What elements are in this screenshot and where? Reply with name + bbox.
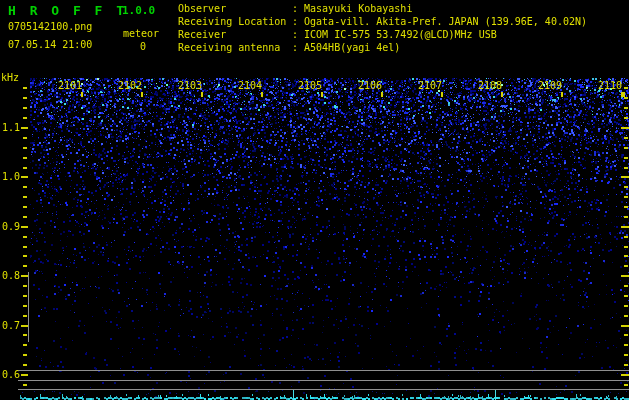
axis-tick	[624, 364, 628, 366]
axis-tick	[21, 275, 28, 277]
axis-tick	[23, 246, 27, 248]
axis-tick	[23, 206, 27, 208]
axis-tick	[624, 246, 628, 248]
level-scale-bar	[28, 272, 29, 342]
axis-tick	[23, 117, 27, 119]
time-label-2102: 2102	[118, 81, 142, 91]
axis-tick	[624, 265, 628, 267]
axis-tick	[623, 92, 625, 97]
axis-tick	[23, 107, 27, 109]
axis-tick	[624, 87, 628, 89]
axis-tick	[81, 92, 83, 97]
axis-tick	[23, 147, 27, 149]
axis-tick	[23, 97, 27, 99]
axis-tick	[624, 344, 628, 346]
axis-tick	[21, 176, 28, 178]
axis-tick	[23, 137, 27, 139]
axis-tick	[23, 364, 27, 366]
info-row-value: : Ogata-vill. Akita-Pref. JAPAN (139.96E…	[292, 16, 587, 27]
axis-tick	[624, 354, 628, 356]
axis-tick	[321, 92, 323, 97]
axis-tick	[624, 167, 628, 169]
axis-tick	[23, 255, 27, 257]
info-row-2: Receiver: ICOM IC-575 53.7492(@LCD)MHz U…	[178, 28, 587, 41]
axis-tick	[23, 315, 27, 317]
freq-label-1.1: 1.1	[0, 123, 20, 133]
spectrogram-noise-canvas	[0, 0, 629, 400]
axis-tick	[23, 236, 27, 238]
axis-tick	[624, 137, 628, 139]
info-row-3: Receiving antenna: A504HB(yagi 4el)	[178, 41, 587, 54]
app-version: 1.0.0	[122, 4, 155, 17]
axis-tick	[561, 92, 563, 97]
time-label-2104: 2104	[238, 81, 262, 91]
axis-tick	[23, 265, 27, 267]
app-title: H R O F F T	[8, 3, 127, 18]
freq-axis-unit: kHz	[1, 73, 19, 83]
axis-tick	[23, 354, 27, 356]
time-label-2103: 2103	[178, 81, 202, 91]
axis-tick	[21, 374, 28, 376]
info-row-label: Receiver	[178, 28, 292, 41]
info-row-label: Receiving antenna	[178, 41, 292, 54]
axis-tick	[441, 92, 443, 97]
time-label-2108: 2108	[478, 81, 502, 91]
axis-tick	[261, 92, 263, 97]
axis-tick	[23, 295, 27, 297]
axis-tick	[624, 315, 628, 317]
mode-label: meteor	[123, 29, 159, 39]
level-reference-line-middle	[18, 380, 629, 381]
axis-tick	[23, 167, 27, 169]
axis-tick	[23, 344, 27, 346]
info-row-0: Observer: Masayuki Kobayashi	[178, 2, 587, 15]
hrofft-screenshot: H R O F F T 1.0.0 0705142100.png meteor …	[0, 0, 629, 400]
axis-tick	[621, 176, 629, 178]
info-row-1: Receiving Location: Ogata-vill. Akita-Pr…	[178, 15, 587, 28]
meteor-count: 0	[140, 42, 146, 52]
axis-tick	[624, 295, 628, 297]
level-reference-line-lower	[18, 389, 629, 390]
freq-label-1.0: 1.0	[0, 172, 20, 182]
time-label-2109: 2109	[538, 81, 562, 91]
axis-tick	[23, 87, 27, 89]
axis-tick	[23, 384, 27, 386]
info-row-label: Receiving Location	[178, 15, 292, 28]
axis-tick	[621, 127, 629, 129]
axis-tick	[624, 384, 628, 386]
axis-tick	[624, 107, 628, 109]
axis-tick	[624, 216, 628, 218]
axis-tick	[624, 305, 628, 307]
axis-tick	[624, 97, 628, 99]
axis-tick	[23, 196, 27, 198]
axis-tick	[23, 334, 27, 336]
axis-tick	[624, 255, 628, 257]
axis-tick	[23, 285, 27, 287]
info-row-value: : ICOM IC-575 53.7492(@LCD)MHz USB	[292, 29, 497, 40]
axis-tick	[624, 334, 628, 336]
axis-tick	[624, 157, 628, 159]
axis-tick	[501, 92, 503, 97]
level-reference-line-upper	[18, 370, 629, 371]
axis-tick	[23, 157, 27, 159]
time-label-2105: 2105	[298, 81, 322, 91]
axis-tick	[624, 236, 628, 238]
axis-tick	[624, 285, 628, 287]
info-row-value: : A504HB(yagi 4el)	[292, 42, 400, 53]
observer-info-table: Observer: Masayuki KobayashiReceiving Lo…	[178, 2, 587, 54]
freq-label-0.9: 0.9	[0, 222, 20, 232]
axis-tick	[624, 196, 628, 198]
axis-tick	[624, 147, 628, 149]
freq-label-0.8: 0.8	[0, 271, 20, 281]
freq-label-0.7: 0.7	[0, 321, 20, 331]
axis-tick	[23, 305, 27, 307]
axis-tick	[21, 226, 28, 228]
output-filename: 0705142100.png	[8, 22, 92, 32]
time-label-2110: 2110	[598, 81, 622, 91]
axis-tick	[381, 92, 383, 97]
axis-tick	[141, 92, 143, 97]
freq-label-0.6: 0.6	[0, 370, 20, 380]
time-label-2107: 2107	[418, 81, 442, 91]
time-label-2106: 2106	[358, 81, 382, 91]
axis-tick	[621, 325, 629, 327]
time-label-2101: 2101	[58, 81, 82, 91]
